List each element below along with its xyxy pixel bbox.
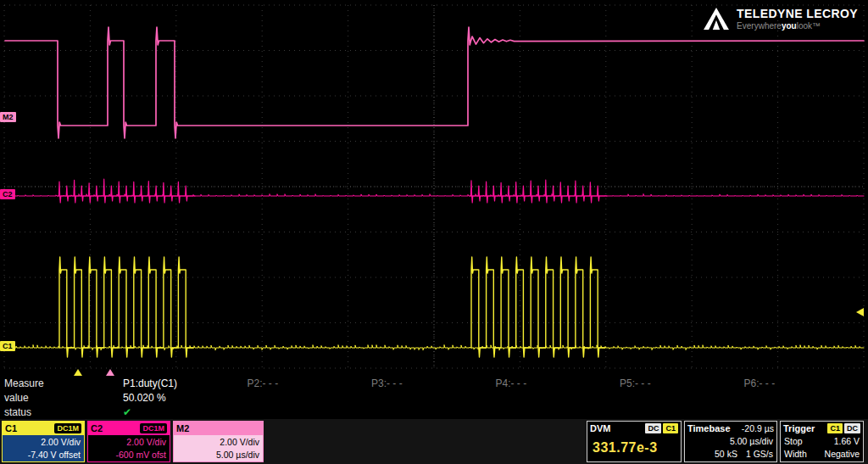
timebase-position: -20.9 µs bbox=[742, 423, 774, 433]
m2-settings: 2.00 V/div 5.00 µs/div bbox=[174, 435, 263, 461]
trigger-coupling-badge: DC bbox=[844, 423, 860, 433]
m2-timebase: 5.00 µs/div bbox=[177, 449, 259, 461]
measure-param-3-value bbox=[371, 391, 496, 405]
c1-trace bbox=[471, 257, 605, 357]
measure-param-3-status bbox=[371, 405, 496, 420]
c1-settings: 2.00 V/div -7.40 V offset bbox=[3, 435, 84, 461]
channel-descriptor-c1[interactable]: C1 DC1M 2.00 V/div -7.40 V offset bbox=[2, 421, 85, 462]
m2-trace bbox=[5, 27, 864, 138]
waveform-display[interactable]: TELEDYNE LECROY Everywhereyoulook™ M2 C2… bbox=[0, 0, 868, 377]
trigger-mode: Stop bbox=[784, 435, 803, 448]
c1-coupling-badge: DC1M bbox=[54, 423, 81, 433]
measure-param-5-status bbox=[620, 405, 744, 420]
c1-label: C1 bbox=[5, 423, 17, 433]
c1-trace bbox=[59, 257, 193, 357]
channel-descriptor-c2[interactable]: C2 DC1M 2.00 V/div -600 mV ofst bbox=[87, 421, 170, 462]
timebase-header: Timebase -20.9 µs bbox=[685, 422, 776, 435]
timebase-panel[interactable]: Timebase -20.9 µs 5.00 µs/div 50 kS 1 GS… bbox=[684, 421, 777, 462]
c1-offset: -7.40 V offset bbox=[6, 449, 81, 461]
brand-logo: TELEDYNE LECROY Everywhereyoulook™ bbox=[703, 7, 858, 31]
c2-header: C2 DC1M bbox=[88, 422, 170, 435]
timebase-title: Timebase bbox=[687, 423, 731, 433]
measure-param-6-value bbox=[744, 391, 868, 405]
measure-param-2-label[interactable]: P2:- - - bbox=[248, 377, 372, 391]
measure-row-values: value 50.020 % bbox=[0, 391, 868, 405]
m2-axis-label[interactable]: M2 bbox=[0, 112, 16, 122]
measure-param-2-value bbox=[248, 391, 372, 405]
c2-trace bbox=[470, 180, 607, 203]
math-descriptor-m2[interactable]: M2 2.00 V/div 5.00 µs/div bbox=[173, 421, 264, 462]
value-row-title: value bbox=[0, 391, 123, 405]
timebase-samples: 50 kS bbox=[715, 448, 737, 461]
measure-param-1-value: 50.020 % bbox=[123, 391, 248, 405]
trigger-header: Trigger C1 DC bbox=[781, 422, 863, 435]
measure-param-2-status bbox=[248, 405, 372, 420]
timebase-rate: 1 GS/s bbox=[746, 448, 773, 461]
c2-offset: -600 mV ofst bbox=[92, 449, 166, 461]
dvm-title: DVM bbox=[590, 423, 610, 433]
teledyne-logo-icon bbox=[703, 7, 730, 31]
measure-param-6-status bbox=[744, 405, 868, 420]
measure-param-5-label[interactable]: P5:- - - bbox=[620, 377, 744, 391]
c2-settings: 2.00 V/div -600 mV ofst bbox=[88, 435, 170, 461]
c2-label: C2 bbox=[91, 423, 103, 433]
c2-axis-label[interactable]: C2 bbox=[0, 189, 15, 199]
trigger-title: Trigger bbox=[783, 423, 815, 433]
trigger-level-marker[interactable] bbox=[856, 308, 864, 316]
c2-scale: 2.00 V/div bbox=[92, 436, 166, 449]
c1-axis-label[interactable]: C1 bbox=[0, 341, 15, 351]
dvm-panel[interactable]: DVM DC C1 331.77e-3 bbox=[587, 421, 682, 462]
c1-header: C1 DC1M bbox=[3, 422, 84, 435]
measure-row-title: Measure bbox=[0, 377, 123, 391]
status-row-title: status bbox=[0, 405, 123, 420]
c2-coupling-badge: DC1M bbox=[140, 423, 167, 433]
measure-param-4-label[interactable]: P4:- - - bbox=[496, 377, 620, 391]
brand-tagline: Everywhereyoulook™ bbox=[737, 21, 858, 31]
trigger-type: Width bbox=[784, 448, 807, 461]
scope-graticule bbox=[0, 0, 868, 377]
measure-param-5-value bbox=[620, 391, 744, 405]
measure-row-status: status ✔ bbox=[0, 405, 868, 420]
m2-header: M2 bbox=[174, 422, 263, 435]
dvm-mode-badge: DC bbox=[645, 423, 661, 433]
dvm-source-badge: C1 bbox=[663, 423, 678, 433]
measure-param-6-label[interactable]: P6:- - - bbox=[744, 377, 868, 391]
trigger-source-badge: C1 bbox=[827, 423, 843, 433]
m2-label: M2 bbox=[176, 423, 189, 433]
measure-param-1-label[interactable]: P1:duty(C1) bbox=[123, 377, 248, 391]
descriptor-bar: C1 DC1M 2.00 V/div -7.40 V offset C2 DC1… bbox=[0, 419, 868, 464]
trigger-panel[interactable]: Trigger C1 DC Stop 1.66 V Width Negative bbox=[780, 421, 864, 462]
timebase-scale: 5.00 µs/div bbox=[730, 435, 773, 448]
trigger-level: 1.66 V bbox=[834, 435, 860, 448]
c1-scale: 2.00 V/div bbox=[6, 436, 81, 449]
oscilloscope-screen: TELEDYNE LECROY Everywhereyoulook™ M2 C2… bbox=[0, 0, 868, 464]
dvm-value: 331.77e-3 bbox=[587, 435, 681, 456]
measure-row-labels: Measure P1:duty(C1)P2:- - -P3:- - -P4:- … bbox=[0, 377, 868, 391]
measure-param-4-value bbox=[496, 391, 620, 405]
measure-param-1-status: ✔ bbox=[123, 405, 248, 420]
brand-name: TELEDYNE LECROY bbox=[737, 7, 858, 20]
dvm-header: DVM DC C1 bbox=[587, 422, 681, 435]
m2-time-marker[interactable] bbox=[106, 369, 114, 376]
trigger-slope: Negative bbox=[825, 448, 860, 461]
measure-param-3-label[interactable]: P3:- - - bbox=[371, 377, 496, 391]
m2-scale: 2.00 V/div bbox=[177, 436, 259, 449]
measure-param-4-status bbox=[496, 405, 620, 420]
measure-panel: Measure P1:duty(C1)P2:- - -P3:- - -P4:- … bbox=[0, 377, 868, 419]
c2-trace bbox=[58, 179, 195, 203]
trigger-time-marker[interactable] bbox=[74, 369, 82, 376]
